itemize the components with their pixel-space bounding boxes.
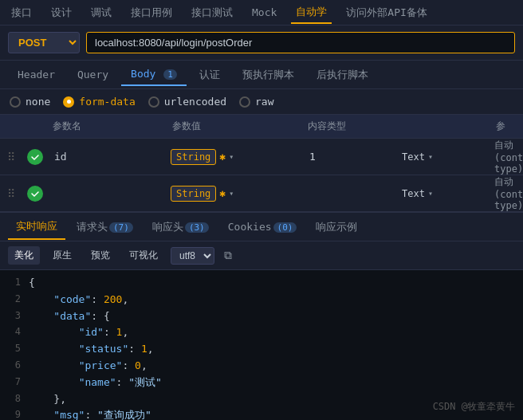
row1-type-arrow[interactable]: ▾ [229, 152, 234, 161]
response-tab-reqheader[interactable]: 请求头(7) [69, 215, 141, 239]
radio-formdata-circle [63, 96, 74, 108]
nav-item-jiekouCeshi[interactable]: 接口测试 [187, 2, 238, 23]
response-section: 实时响应 请求头(7) 响应头(3) Cookies(0) 响应示例 美化 原生… [0, 212, 523, 420]
tab-auth[interactable]: 认证 [190, 63, 230, 87]
resheader-badge: (3) [185, 222, 209, 233]
row1-name[interactable]: id [48, 151, 167, 163]
format-btn-beautify[interactable]: 美化 [8, 246, 40, 265]
radio-none[interactable]: none [10, 96, 50, 108]
row1-value[interactable]: 1 [303, 151, 399, 163]
radio-urlencoded-circle [148, 96, 159, 108]
row1-content-type-arrow[interactable]: ▾ [428, 152, 433, 161]
tab-postscript[interactable]: 后执行脚本 [307, 63, 378, 87]
radio-raw[interactable]: raw [239, 96, 273, 108]
json-line: 2 "code": 200, [0, 292, 523, 308]
nav-item-sheji[interactable]: 设计 [46, 2, 77, 23]
radio-urlencoded[interactable]: urlencoded [148, 96, 226, 108]
radio-raw-circle [239, 96, 250, 108]
radio-formdata[interactable]: form-data [63, 96, 135, 108]
json-line: 5 "status": 1, [0, 341, 523, 358]
body-badge: 1 [163, 69, 177, 80]
radio-none-label: none [26, 96, 50, 108]
watermark: CSDN @牧童牵黄牛 [433, 400, 515, 414]
json-line: 4 "id": 1, [0, 324, 523, 341]
params-header: 参数名 参数值 内容类型 参 [0, 115, 523, 139]
json-area: 1 { 2 "code": 200, 3 "data": { 4 "id": 1… [0, 270, 523, 420]
col-value: 参数值 [167, 120, 303, 133]
col-content-type: 内容类型 [303, 120, 399, 133]
url-bar: POST GET PUT DELETE [0, 26, 523, 61]
radio-formdata-label: form-data [79, 96, 135, 108]
row1-type[interactable]: String [171, 149, 216, 165]
row1-auto-type: 自动(content-type) [491, 139, 523, 175]
row1-content-type: Text ▾ [399, 151, 491, 163]
nav-item-jikou[interactable]: 接口 [6, 2, 37, 23]
row1-required: ✱ [219, 151, 226, 163]
response-tab-example[interactable]: 响应示例 [308, 215, 365, 239]
row2-content-type-label[interactable]: Text [402, 188, 425, 199]
tab-prescript[interactable]: 预执行脚本 [233, 63, 304, 87]
nav-item-tiaoshi[interactable]: 调试 [86, 2, 116, 23]
row2-type-group: String ✱ ▾ [167, 186, 303, 202]
tab-query[interactable]: Query [68, 64, 118, 85]
col-name: 参数名 [48, 120, 167, 133]
row2-check[interactable] [22, 186, 48, 202]
tab-body[interactable]: Body 1 [121, 63, 187, 86]
encoding-select[interactable]: utf8 gbk [171, 247, 214, 265]
nav-item-jiekouYongli[interactable]: 接口用例 [126, 2, 177, 23]
row2-auto-type: 自动(content-type) [491, 175, 523, 211]
drag-handle[interactable]: ⠿ [0, 187, 22, 200]
nav-item-mock[interactable]: Mock [247, 3, 281, 22]
tab-header[interactable]: Header [8, 64, 65, 85]
row2-type[interactable]: String [171, 186, 216, 202]
nav-item-access[interactable]: 访问外部API备体 [341, 2, 431, 23]
url-input[interactable] [86, 32, 515, 53]
json-line: 1 { [0, 275, 523, 292]
row2-type-arrow[interactable]: ▾ [229, 189, 234, 198]
radio-raw-label: raw [255, 96, 273, 108]
tabs-row: Header Query Body 1 认证 预执行脚本 后执行脚本 [0, 61, 523, 89]
row2-content-type: Text ▾ [399, 188, 491, 199]
json-line: 7 "name": "测试" [0, 375, 523, 391]
format-btn-visual[interactable]: 可视化 [123, 246, 164, 265]
response-tab-resheader[interactable]: 响应头(3) [144, 215, 217, 239]
radio-urlencoded-label: urlencoded [164, 96, 226, 108]
row1-content-type-label[interactable]: Text [402, 151, 425, 163]
reqheader-badge: (7) [109, 222, 133, 233]
response-tab-realtime[interactable]: 实时响应 [8, 214, 65, 240]
copy-icon[interactable]: ⧉ [224, 249, 232, 262]
params-table: 参数名 参数值 内容类型 参 ⠿ id String ✱ ▾ 1 Text ▾ … [0, 115, 523, 212]
drag-handle[interactable]: ⠿ [0, 151, 22, 163]
body-type-row: none form-data urlencoded raw [0, 89, 523, 115]
method-select[interactable]: POST GET PUT DELETE [8, 32, 80, 53]
table-row: ⠿ String ✱ ▾ Text ▾ 自动(content-type) [0, 175, 523, 212]
cookies-badge: (0) [273, 222, 297, 233]
row1-check[interactable] [22, 149, 48, 165]
json-line: 6 "price": 0, [0, 358, 523, 375]
nav-item-zidongxue[interactable]: 自动学 [291, 2, 332, 24]
row2-content-type-arrow[interactable]: ▾ [428, 189, 433, 198]
row2-required: ✱ [219, 187, 226, 199]
row1-type-group: String ✱ ▾ [167, 149, 303, 165]
format-bar: 美化 原生 预览 可视化 utf8 gbk ⧉ [0, 241, 523, 270]
response-tabs: 实时响应 请求头(7) 响应头(3) Cookies(0) 响应示例 [0, 213, 523, 241]
col-extra: 参 [491, 120, 523, 133]
format-btn-raw[interactable]: 原生 [46, 246, 78, 265]
json-line: 3 "data": { [0, 308, 523, 325]
top-nav: 接口 设计 调试 接口用例 接口测试 Mock 自动学 访问外部API备体 [0, 0, 523, 26]
response-tab-cookies[interactable]: Cookies(0) [220, 216, 305, 237]
table-row: ⠿ id String ✱ ▾ 1 Text ▾ 自动(content-type… [0, 139, 523, 175]
radio-none-circle [10, 96, 21, 108]
format-btn-preview[interactable]: 预览 [85, 246, 116, 265]
